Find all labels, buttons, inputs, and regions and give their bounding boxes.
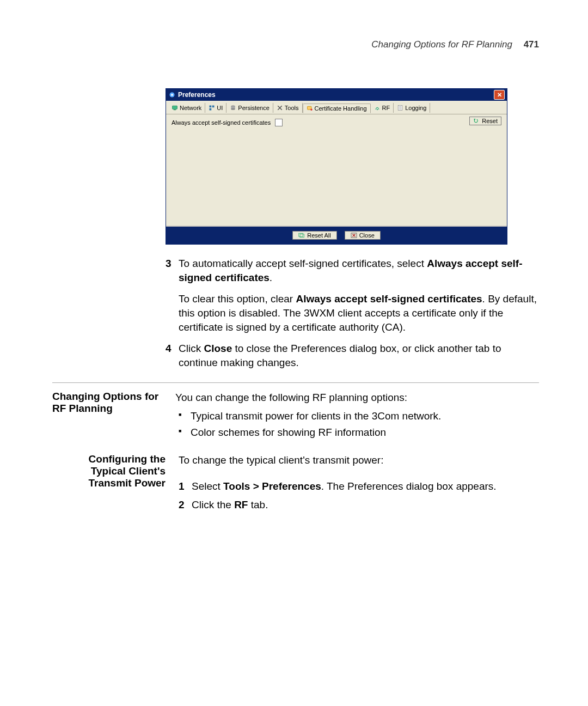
tab-network[interactable]: Network	[168, 103, 205, 113]
preferences-dialog: Preferences ✕ Network UI Persistence Too…	[166, 88, 507, 245]
tab-label: Logging	[405, 105, 426, 111]
tab-certificate-handling[interactable]: Certificate Handling	[303, 104, 371, 113]
s1-bold: Tools > Preferences	[223, 480, 321, 492]
step-4: 4 Click Close to close the Preferences d…	[166, 342, 539, 369]
tab-rf[interactable]: RF	[371, 103, 394, 113]
tab-ui[interactable]: UI	[205, 103, 226, 113]
svg-rect-18	[300, 234, 304, 238]
dialog-button-bar: Reset All Close	[166, 226, 507, 244]
titlebar-close-button[interactable]: ✕	[494, 90, 505, 100]
step-number: 2	[179, 498, 192, 512]
step-number: 3	[166, 257, 179, 284]
step-4-bold: Close	[204, 343, 232, 354]
tab-tools[interactable]: Tools	[273, 103, 303, 113]
bullet-item: Typical transmit power for clients in th…	[175, 409, 539, 423]
s2-post: tab.	[248, 499, 268, 510]
svg-point-11	[310, 109, 312, 111]
close-label: Close	[359, 232, 375, 239]
app-icon	[168, 91, 176, 99]
section-bullets: Typical transmit power for clients in th…	[175, 409, 539, 439]
section-intro: To change the typical client's transmit …	[179, 453, 539, 467]
step-3-pre: To automatically accept self-signed cert…	[179, 258, 427, 269]
svg-point-12	[376, 109, 377, 110]
section-divider	[52, 382, 539, 383]
body-column: 3 To automatically accept self-signed ce…	[166, 257, 539, 369]
page-number: 471	[524, 39, 539, 50]
tab-label: Persistence	[238, 105, 269, 111]
section-heading: Changing Options for RF Planning	[52, 391, 175, 441]
svg-rect-4	[210, 106, 212, 108]
s2-bold: RF	[234, 499, 248, 510]
tab-label: UI	[217, 105, 223, 111]
tab-label: Tools	[285, 105, 299, 111]
step-4-pre: Click	[179, 343, 204, 354]
step-number: 1	[179, 479, 192, 494]
svg-rect-2	[173, 106, 177, 109]
substep-1: 1 Select Tools > Preferences. The Prefer…	[179, 479, 539, 494]
svg-rect-6	[210, 108, 212, 111]
svg-point-1	[171, 94, 173, 96]
s2-pre: Click the	[192, 499, 234, 510]
tabstrip: Network UI Persistence Tools Certificate…	[166, 101, 507, 114]
bullet-item: Color schemes for showing RF information	[175, 425, 539, 440]
step-3-post: .	[270, 272, 272, 283]
always-accept-row: Always accept self-signed certificates	[171, 119, 501, 126]
s1-pre: Select	[192, 480, 223, 492]
titlebar-title: Preferences	[178, 91, 216, 99]
s1-post: . The Preferences dialog box appears.	[321, 480, 497, 492]
step-3-note: To clear this option, clear Always accep…	[179, 292, 539, 334]
section-rf-options: Changing Options for RF Planning You can…	[52, 391, 539, 441]
step-3-note-bold: Always accept self-signed certificates	[296, 293, 482, 305]
section-intro: You can change the following RF planning…	[175, 391, 539, 405]
running-header: Changing Options for RF Planning 471	[52, 39, 539, 50]
reset-all-label: Reset All	[307, 232, 330, 239]
running-header-title: Changing Options for RF Planning	[371, 39, 512, 50]
tab-logging[interactable]: Logging	[394, 103, 430, 113]
dialog-body: Always accept self-signed certificates R…	[166, 114, 507, 226]
tab-label: Network	[180, 105, 201, 111]
reset-button[interactable]: Reset	[469, 117, 501, 125]
step-3: 3 To automatically accept self-signed ce…	[166, 257, 539, 284]
close-button[interactable]: Close	[345, 231, 381, 240]
reset-label: Reset	[482, 118, 498, 124]
reset-all-button[interactable]: Reset All	[292, 231, 336, 240]
svg-rect-3	[174, 109, 176, 110]
step-number: 4	[166, 342, 179, 369]
section-heading: Configuring the Typical Client's Transmi…	[52, 453, 179, 516]
section-transmit-power: Configuring the Typical Client's Transmi…	[52, 453, 539, 516]
tab-label: RF	[382, 105, 390, 111]
svg-point-9	[231, 108, 236, 110]
svg-rect-17	[299, 233, 303, 236]
step-3-note-pre: To clear this option, clear	[179, 293, 296, 305]
svg-rect-5	[212, 106, 215, 108]
page: Changing Options for RF Planning 471 Pre…	[0, 0, 588, 706]
titlebar: Preferences ✕	[166, 89, 507, 101]
tab-label: Certificate Handling	[315, 105, 367, 112]
substep-2: 2 Click the RF tab.	[179, 498, 539, 512]
always-accept-label: Always accept self-signed certificates	[171, 119, 271, 126]
always-accept-checkbox[interactable]	[275, 119, 283, 126]
tab-persistence[interactable]: Persistence	[226, 103, 273, 113]
